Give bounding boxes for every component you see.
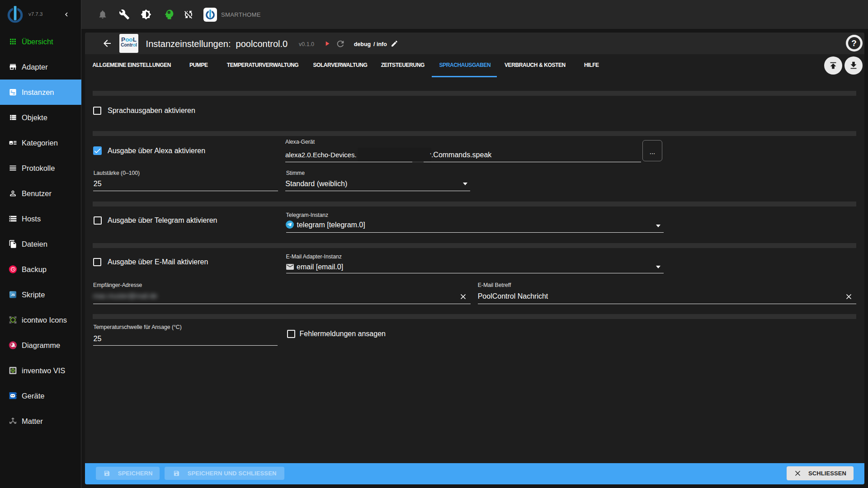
svg-text:JS: JS	[11, 293, 15, 297]
